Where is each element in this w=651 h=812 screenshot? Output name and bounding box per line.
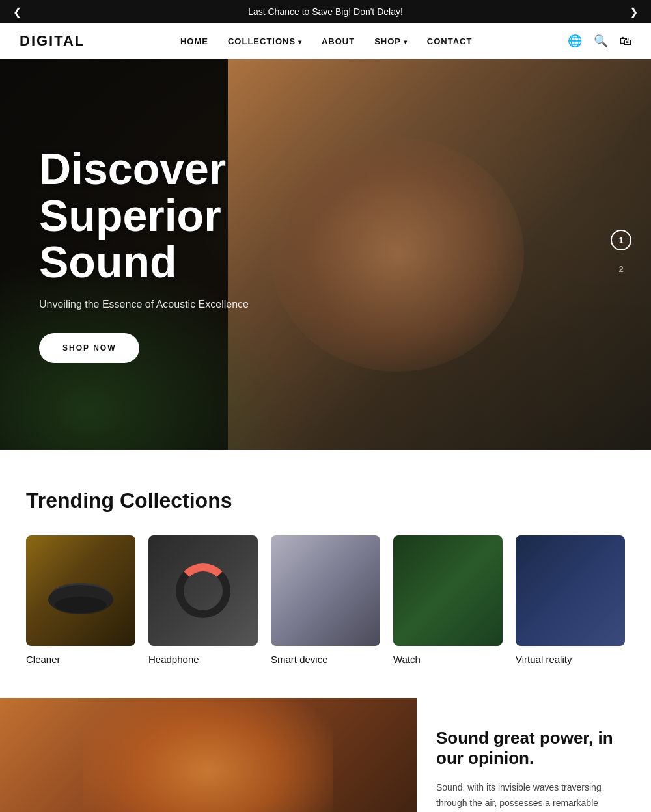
hero-pagination: 1 2 — [611, 230, 631, 279]
collection-item-cleaner[interactable]: Cleaner — [26, 535, 135, 666]
pagination-dot-2[interactable]: 2 — [611, 258, 631, 279]
cleaner-image — [26, 535, 135, 646]
nav-link-shop[interactable]: SHOP — [374, 36, 408, 46]
collection-item-vr[interactable]: Virtual reality — [516, 535, 625, 666]
globe-icon[interactable]: 🌐 — [568, 34, 582, 48]
watch-image — [393, 535, 503, 646]
nav-item-home[interactable]: HOME — [180, 35, 208, 47]
collection-label-smart: Smart device — [271, 654, 328, 665]
collection-img-smart — [271, 535, 380, 646]
announcement-bar: ❮ Last Chance to Save Big! Don't Delay! … — [0, 0, 651, 23]
pagination-dot-1[interactable]: 1 — [611, 230, 631, 250]
nav-item-about[interactable]: ABOUT — [322, 35, 355, 47]
collections-grid: Cleaner Headphone Smart device Watch Vir — [26, 535, 625, 666]
header-icons: 🌐 🔍 🛍 — [568, 34, 631, 48]
collection-img-watch — [393, 535, 503, 646]
smart-image — [271, 535, 380, 646]
search-icon[interactable]: 🔍 — [594, 34, 608, 48]
nav-link-about[interactable]: ABOUT — [322, 36, 355, 46]
announcement-prev-button[interactable]: ❮ — [7, 3, 28, 21]
collection-item-headphone[interactable]: Headphone — [148, 535, 258, 666]
sound-section-text: Sound great power, in our opinion. Sound… — [417, 698, 651, 812]
sound-title: Sound great power, in our opinion. — [436, 728, 631, 768]
announcement-text: Last Chance to Save Big! Don't Delay! — [248, 7, 403, 17]
nav-item-contact[interactable]: CONTACT — [427, 35, 473, 47]
collection-item-smart[interactable]: Smart device — [271, 535, 380, 666]
collection-label-vr: Virtual reality — [516, 654, 572, 665]
nav-item-shop[interactable]: SHOP — [374, 35, 408, 47]
nav-item-collections[interactable]: COLLECTIONS — [228, 35, 302, 47]
collection-label-cleaner: Cleaner — [26, 654, 61, 665]
hero-content: Discover Superior Sound Unveiling the Es… — [0, 146, 391, 362]
hero-title: Discover Superior Sound — [39, 146, 352, 285]
nav-link-home[interactable]: HOME — [180, 36, 208, 46]
hero-subtitle: Unveiling the Essence of Acoustic Excell… — [39, 299, 352, 310]
hero-background: Discover Superior Sound Unveiling the Es… — [0, 59, 651, 450]
main-nav: HOME COLLECTIONS ABOUT SHOP CONTACT — [180, 35, 472, 47]
hero-title-line1: Discover — [39, 144, 226, 193]
announcement-next-button[interactable]: ❯ — [623, 3, 644, 21]
trending-section: Trending Collections Cleaner Headphone S… — [0, 450, 651, 698]
sound-section: Sound great power, in our opinion. Sound… — [0, 698, 651, 812]
hero-section: Discover Superior Sound Unveiling the Es… — [0, 59, 651, 450]
nav-link-collections[interactable]: COLLECTIONS — [228, 36, 302, 46]
collection-img-headphone — [148, 535, 258, 646]
hero-title-line2: Superior Sound — [39, 191, 221, 286]
trending-title: Trending Collections — [26, 489, 625, 513]
collection-img-vr — [516, 535, 625, 646]
vr-image — [516, 535, 625, 646]
sound-description: Sound, with its invisible waves traversi… — [436, 780, 631, 811]
sound-section-image — [0, 698, 417, 812]
logo[interactable]: DIGITAL — [20, 33, 85, 49]
nav-links: HOME COLLECTIONS ABOUT SHOP CONTACT — [180, 35, 472, 47]
header: DIGITAL HOME COLLECTIONS ABOUT SHOP CONT… — [0, 23, 651, 59]
shop-now-button[interactable]: SHOP NOW — [39, 333, 139, 363]
cart-icon[interactable]: 🛍 — [620, 34, 631, 48]
collection-label-watch: Watch — [393, 654, 421, 665]
collection-img-cleaner — [26, 535, 135, 646]
headphone-image — [148, 535, 258, 646]
nav-link-contact[interactable]: CONTACT — [427, 36, 473, 46]
collection-item-watch[interactable]: Watch — [393, 535, 503, 666]
collection-label-headphone: Headphone — [148, 654, 199, 665]
